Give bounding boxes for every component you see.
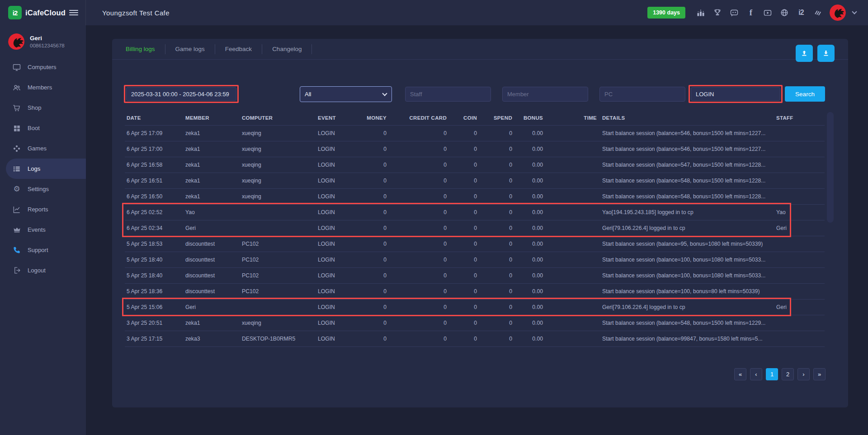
topbar-right: 1390 days [647, 5, 868, 21]
search-button[interactable]: Search [785, 86, 825, 102]
cell-spend: 0 [481, 157, 516, 173]
cell-spend: 0 [481, 299, 516, 315]
pagination-page-1[interactable]: 1 [766, 368, 778, 380]
pagination-last[interactable]: » [813, 368, 826, 380]
users-icon [12, 83, 22, 93]
cell-details: Start balance session (balance=548, bonu… [600, 188, 774, 204]
cell-money: 0 [360, 267, 390, 283]
cell-member: zeka1 [184, 173, 240, 188]
sidebar-item-boot[interactable]: Boot [0, 118, 86, 138]
column-header-member: MEMBER [184, 111, 240, 125]
sidebar-item-events[interactable]: Events [0, 220, 86, 240]
table-wrap: DATEMEMBERCOMPUTEREVENTMONEYCREDIT CARDC… [125, 111, 826, 347]
sidebar-item-members[interactable]: Members [0, 77, 86, 98]
cell-credit_card: 0 [390, 204, 450, 220]
cell-coin: 0 [450, 173, 481, 188]
sidebar-item-computers[interactable]: Computers [0, 57, 86, 77]
cell-time [547, 252, 600, 267]
upload-button[interactable] [796, 45, 813, 62]
cell-date: 6 Apr 25 17:09 [125, 125, 184, 141]
sidebar-avatar[interactable] [8, 33, 24, 50]
cell-credit_card: 0 [390, 267, 450, 283]
cell-member: zeka1 [184, 125, 240, 141]
sidebar-item-games[interactable]: Games [0, 138, 86, 159]
cell-time [547, 157, 600, 173]
tab-billing-logs[interactable]: Billing logs [126, 44, 165, 54]
pc-input[interactable] [599, 87, 685, 102]
cell-member: Geri [184, 299, 240, 315]
cell-event: LOGIN [316, 188, 360, 204]
sidebar-item-reports[interactable]: Reports [0, 199, 86, 220]
table-scrollbar[interactable] [827, 112, 834, 223]
cell-member: discounttest [184, 252, 240, 267]
ranking-icon[interactable] [696, 8, 706, 18]
column-header-coin: COIN [450, 111, 481, 125]
sidebar-item-logout[interactable]: Logout [0, 260, 86, 281]
download-button[interactable] [817, 45, 835, 62]
cell-bonus: 0.00 [516, 331, 547, 346]
cell-computer: xueqing [240, 125, 316, 141]
hamburger-menu-icon[interactable] [69, 9, 78, 17]
cell-time [547, 173, 600, 188]
cell-date: 5 Apr 25 18:53 [125, 236, 184, 252]
cell-date: 6 Apr 25 02:34 [125, 220, 184, 236]
date-range-input[interactable] [126, 87, 236, 101]
table-row: 6 Apr 25 02:52YaoLOGIN00000.00Yao[194.19… [125, 204, 825, 220]
pagination-page-2[interactable]: 2 [782, 368, 794, 380]
cell-spend: 0 [481, 331, 516, 346]
sidebar-item-shop[interactable]: Shop [0, 98, 86, 118]
pagination-first[interactable]: « [734, 368, 746, 380]
chevron-down-icon[interactable] [852, 9, 857, 14]
trophy-icon[interactable] [712, 8, 722, 18]
cell-date: 5 Apr 25 15:06 [125, 299, 184, 315]
cell-bonus: 0.00 [516, 125, 547, 141]
license-days-badge[interactable]: 1390 days [647, 7, 685, 19]
pagination-next[interactable]: › [797, 368, 810, 380]
cell-computer: xueqing [240, 157, 316, 173]
tab-changelog[interactable]: Changelog [262, 44, 312, 54]
cell-coin: 0 [450, 331, 481, 346]
cell-credit_card: 0 [390, 331, 450, 346]
keyword-input[interactable] [691, 87, 780, 101]
sidebar-item-settings[interactable]: ⚙ Settings [0, 179, 86, 199]
cell-date: 5 Apr 25 18:40 [125, 267, 184, 283]
cell-coin: 0 [450, 204, 481, 220]
cell-event: LOGIN [316, 315, 360, 331]
icafecloud-icon[interactable]: i2 [796, 8, 806, 18]
user-phone: 008612345678 [30, 43, 65, 48]
cell-spend: 0 [481, 188, 516, 204]
cell-member: zeka1 [184, 188, 240, 204]
staff-input[interactable] [405, 87, 491, 102]
column-header-date: DATE [125, 111, 184, 125]
cell-money: 0 [360, 141, 390, 157]
cell-credit_card: 0 [390, 141, 450, 157]
member-input[interactable] [502, 87, 588, 102]
cell-date: 6 Apr 25 16:51 [125, 173, 184, 188]
pagination-prev[interactable]: ‹ [750, 368, 762, 380]
topbar: i2 iCafeCloud Youngzsoft Test Cafe 1390 … [0, 0, 868, 25]
table-body: 6 Apr 25 17:09zeka1xueqingLOGIN00000.00S… [125, 125, 825, 346]
youngzsoft-icon[interactable] [813, 8, 823, 18]
table-row: 6 Apr 25 02:34GeriLOGIN00000.00Geri[79.1… [125, 220, 825, 236]
discord-icon[interactable] [729, 8, 739, 18]
cell-computer: xueqing [240, 173, 316, 188]
youtube-icon[interactable] [763, 8, 773, 18]
sidebar-menu: Computers Members Shop Boot Game [0, 57, 86, 281]
cell-coin: 0 [450, 188, 481, 204]
cell-time [547, 220, 600, 236]
globe-icon[interactable] [779, 8, 789, 18]
cell-spend: 0 [481, 236, 516, 252]
column-header-computer: COMPUTER [240, 111, 316, 125]
cell-computer: PC102 [240, 267, 316, 283]
tab-game-logs[interactable]: Game logs [165, 44, 215, 54]
event-type-select[interactable]: All [300, 86, 392, 102]
tab-feedback[interactable]: Feedback [215, 44, 262, 54]
facebook-icon[interactable]: f [746, 8, 756, 18]
sidebar-item-logs[interactable]: Logs [6, 159, 86, 179]
cell-credit_card: 0 [390, 299, 450, 315]
user-avatar[interactable] [830, 5, 846, 21]
filter-row: All Search [124, 85, 848, 103]
sidebar-item-support[interactable]: Support [0, 240, 86, 260]
crown-icon [12, 225, 22, 235]
gear-icon: ⚙ [12, 184, 22, 194]
